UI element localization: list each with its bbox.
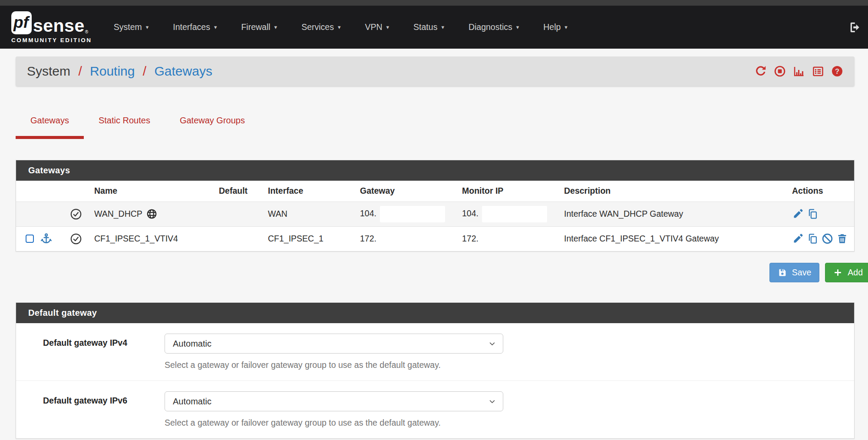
menu-item-label: VPN [365, 22, 382, 32]
panel-buttons: Save Add [16, 263, 868, 282]
breadcrumb: System / Routing / Gateways ? [16, 56, 855, 86]
disable-icon[interactable] [822, 233, 833, 245]
pfsense-logo-sense: sense [33, 17, 85, 34]
select-cell [16, 226, 70, 251]
refresh-icon[interactable] [755, 65, 767, 77]
add-icon [833, 268, 842, 277]
caret-down-icon: ▾ [146, 24, 149, 30]
tab-gateway-groups[interactable]: Gateway Groups [165, 110, 260, 139]
select-chevron-icon [488, 340, 496, 347]
save-button[interactable]: Save [769, 263, 819, 282]
monitor-chart-icon[interactable] [793, 65, 805, 77]
menu-item-label: Help [543, 22, 561, 32]
breadcrumb-action-icons: ? [755, 65, 843, 77]
col-name: Name [94, 181, 219, 202]
name-cell: WAN_DHCP [94, 202, 219, 226]
gateway-name: CF1_IPSEC_1_VTIV4 [94, 234, 178, 244]
breadcrumb-trail: System / Routing / Gateways [27, 64, 212, 79]
log-list-icon[interactable] [812, 65, 824, 77]
actions-cell [792, 202, 854, 226]
menu-item-diagnostics[interactable]: Diagnostics ▾ [456, 6, 531, 49]
default-gateway-ipv6-select[interactable]: Automatic [165, 391, 503, 411]
pfsense-logo-pf: pf [11, 11, 32, 34]
col-monitor-ip: Monitor IP [462, 181, 564, 202]
edit-icon[interactable] [792, 233, 804, 245]
col-select [16, 181, 70, 202]
default-gateway-ipv4-select[interactable]: Automatic [165, 334, 503, 354]
gateway-cell: 104. [360, 202, 462, 226]
breadcrumb-separator: / [78, 64, 82, 78]
selected-value: Automatic [173, 397, 211, 407]
tab-static-routes[interactable]: Static Routes [84, 110, 165, 139]
menu-item-system[interactable]: System ▾ [102, 6, 161, 49]
menu-item-interfaces[interactable]: Interfaces ▾ [161, 6, 229, 49]
status-cell [70, 202, 94, 226]
default-cell [219, 202, 268, 226]
monitor-address: 172. [462, 234, 479, 243]
status-ok-icon [70, 208, 94, 220]
default-gateway-panel: Default gateway Default gateway IPv4 Aut… [16, 302, 855, 439]
table-header-row: Name Default Interface Gateway Monitor I… [16, 181, 854, 202]
anchor-icon[interactable] [40, 233, 52, 245]
row-checkbox[interactable] [26, 235, 34, 243]
svg-text:?: ? [835, 67, 839, 75]
monitor-ip-cell: 104. [462, 202, 564, 226]
caret-down-icon: ▾ [564, 24, 568, 30]
gateways-panel: Gateways Name Default Interface Gateway … [16, 160, 855, 251]
menu-item-status[interactable]: Status ▾ [401, 6, 456, 49]
main-menu: System ▾ Interfaces ▾ Firewall ▾ Service… [102, 6, 580, 49]
copy-icon[interactable] [807, 233, 818, 245]
monitor-address: 104. [462, 208, 479, 218]
sign-out-icon[interactable] [849, 21, 862, 34]
gateway-row-wan-dhcp: WAN_DHCP WAN 104. 104. Interfa [16, 202, 854, 226]
description-cell: Interface WAN_DHCP Gateway [564, 202, 792, 226]
gateway-address: 172. [360, 234, 376, 243]
col-default: Default [219, 181, 268, 202]
form-field: Automatic Select a gateway or failover g… [165, 334, 503, 370]
registered-mark: ® [85, 30, 88, 34]
name-cell: CF1_IPSEC_1_VTIV4 [94, 226, 219, 251]
breadcrumb-link-routing[interactable]: Routing [90, 64, 135, 78]
menu-item-help[interactable]: Help ▾ [531, 6, 580, 49]
breadcrumb-separator: / [143, 64, 146, 78]
caret-down-icon: ▾ [441, 24, 444, 30]
form-row-ipv4: Default gateway IPv4 Automatic Select a … [16, 323, 854, 380]
menu-item-vpn[interactable]: VPN ▾ [353, 6, 401, 49]
save-button-label: Save [792, 268, 811, 278]
copy-icon[interactable] [807, 208, 818, 220]
page-tabs: Gateways Static Routes Gateway Groups [16, 110, 855, 139]
ipv4-help-text: Select a gateway or failover gateway gro… [165, 360, 503, 370]
caret-down-icon: ▾ [338, 24, 341, 30]
menu-item-label: System [114, 22, 142, 32]
stop-circle-icon[interactable] [774, 65, 786, 77]
col-interface: Interface [268, 181, 360, 202]
actions-cell [792, 226, 854, 251]
pfsense-logo-wordmark: pf sense ® [11, 11, 92, 34]
menu-item-label: Firewall [241, 22, 270, 32]
default-gateway-ipv6-label: Default gateway IPv6 [43, 391, 165, 428]
gateway-name: WAN_DHCP [94, 209, 142, 219]
default-gateway-form: Default gateway IPv4 Automatic Select a … [16, 323, 854, 438]
col-status [70, 181, 94, 202]
breadcrumb-link-gateways[interactable]: Gateways [155, 64, 212, 78]
gateways-panel-title: Gateways [16, 160, 854, 181]
add-button-label: Add [848, 268, 863, 278]
edit-icon[interactable] [792, 208, 804, 220]
default-cell [219, 226, 268, 251]
pfsense-logo[interactable]: pf sense ® COMMUNITY EDITION [11, 11, 92, 43]
col-actions: Actions [792, 181, 854, 202]
status-ok-icon [70, 233, 94, 245]
delete-icon[interactable] [836, 233, 848, 245]
redaction-box [482, 206, 547, 222]
ipv6-help-text: Select a gateway or failover gateway gro… [165, 418, 503, 428]
form-field: Automatic Select a gateway or failover g… [165, 391, 503, 428]
default-gateway-panel-title: Default gateway [16, 303, 854, 323]
menu-item-firewall[interactable]: Firewall ▾ [229, 6, 289, 49]
tab-gateways[interactable]: Gateways [16, 110, 84, 139]
top-strip [0, 0, 868, 6]
help-icon[interactable]: ? [831, 65, 843, 77]
add-button[interactable]: Add [825, 263, 868, 282]
select-chevron-icon [488, 398, 496, 405]
menu-item-label: Services [301, 22, 334, 32]
menu-item-services[interactable]: Services ▾ [289, 6, 353, 49]
